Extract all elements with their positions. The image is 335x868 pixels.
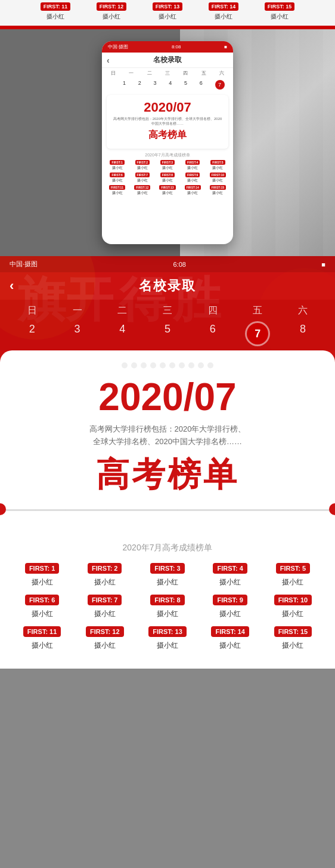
ranking-item: FIRST: 9 摄小红 bbox=[203, 595, 258, 619]
phone-status-right: ■ bbox=[224, 44, 227, 50]
phone-grid-badge: FIRST:3 bbox=[160, 160, 175, 165]
preview-section: 中国·摄图 8:08 ■ ‹ 名校录取 日 一 二 三 四 五 六 1 2 3 … bbox=[0, 29, 335, 256]
phone-grid-name: 摄小红 bbox=[212, 178, 223, 183]
main-status-left: 中国·摄图 bbox=[10, 260, 38, 269]
main-nav-title: 名校录取 bbox=[139, 277, 196, 295]
grid-section-title: 2020年7月高考成绩榜单 bbox=[10, 543, 325, 553]
phone-grid-item: FIRST:12 摄小红 bbox=[131, 185, 154, 196]
ranking-badge: FIRST: 3 bbox=[150, 563, 184, 574]
phone-grid-badge: FIRST:11 bbox=[109, 185, 125, 190]
ranking-name: 摄小红 bbox=[94, 609, 116, 619]
phone-grid-item: FIRST:6 摄小红 bbox=[106, 173, 129, 183]
phone-grid-name: 摄小红 bbox=[187, 178, 198, 183]
phone-grid-item: FIRST:2 摄小红 bbox=[131, 160, 154, 171]
ranking-name: 摄小红 bbox=[219, 577, 241, 587]
phone-back-arrow[interactable]: ‹ bbox=[107, 56, 110, 65]
main-status-right: ■ bbox=[321, 261, 325, 268]
main-status-time: 6:08 bbox=[173, 261, 185, 268]
phone-grid-item: FIRST:9 摄小红 bbox=[181, 173, 204, 183]
phone-grid-name: 摄小红 bbox=[162, 178, 173, 183]
ranking-grid: FIRST: 1 摄小红 FIRST: 2 摄小红 FIRST: 3 摄小红 F… bbox=[10, 563, 325, 651]
ranking-badge: FIRST: 2 bbox=[88, 563, 122, 574]
top-strip-item: FIRST: 13 摄小红 bbox=[141, 2, 194, 21]
mini-badge: FIRST: 14 bbox=[209, 2, 239, 11]
mini-label: 摄小红 bbox=[215, 13, 232, 21]
phone-grid-name: 摄小红 bbox=[137, 190, 148, 196]
ticket-notch-right bbox=[329, 503, 335, 515]
phone-grid-name: 摄小红 bbox=[162, 190, 173, 196]
ranking-badge: FIRST: 5 bbox=[276, 563, 310, 574]
phone-grid-item: FIRST:10 摄小红 bbox=[206, 173, 229, 183]
phone-grid: FIRST:1 摄小红 FIRST:2 摄小红 FIRST:3 摄小红 FIRS… bbox=[102, 160, 233, 196]
grid-section: 2020年7月高考成绩榜单 FIRST: 1 摄小红 FIRST: 2 摄小红 … bbox=[0, 533, 335, 669]
white-card: 2020/07 高考网大学排行榜包括：2020年大学排行榜、 全球大学排名榜、2… bbox=[0, 350, 335, 533]
phone-grid-name: 摄小红 bbox=[212, 165, 223, 171]
mini-badge: FIRST: 11 bbox=[41, 2, 71, 11]
phone-cal-dates: 1 2 3 4 5 6 7 bbox=[102, 78, 233, 91]
main-calendar-dates: 2 3 4 5 6 7 8 bbox=[0, 319, 335, 350]
desc-text-main: 高考网大学排行榜包括：2020年大学排行榜、 全球大学排名榜、2020中国大学排… bbox=[14, 423, 321, 448]
ranking-badge: FIRST: 8 bbox=[150, 595, 184, 605]
phone-grid-item: FIRST:1 摄小红 bbox=[106, 160, 129, 171]
gaokao-title: 高考榜单 bbox=[14, 458, 321, 491]
ranking-item: FIRST: 3 摄小红 bbox=[139, 563, 195, 587]
mini-badge: FIRST: 12 bbox=[97, 2, 127, 11]
ranking-item: FIRST: 15 摄小红 bbox=[265, 626, 321, 651]
mini-label: 摄小红 bbox=[103, 13, 120, 21]
ranking-badge: FIRST: 1 bbox=[25, 563, 59, 574]
ranking-name: 摄小红 bbox=[157, 577, 178, 587]
ranking-badge: FIRST: 13 bbox=[148, 626, 187, 637]
phone-nav-title-text: 名校录取 bbox=[153, 56, 182, 64]
ranking-name: 摄小红 bbox=[282, 609, 303, 619]
phone-cal-days: 日 一 二 三 四 五 六 bbox=[102, 68, 233, 78]
ranking-badge: FIRST: 12 bbox=[86, 626, 124, 637]
phone-grid-badge: FIRST:4 bbox=[185, 160, 200, 165]
ranking-item: FIRST: 11 摄小红 bbox=[14, 626, 70, 651]
phone-grid-name: 摄小红 bbox=[187, 165, 198, 171]
ranking-name: 摄小红 bbox=[94, 577, 116, 587]
main-calendar-days: 日 一 二 三 四 五 六 bbox=[0, 300, 335, 319]
phone-status-bar: 中国·摄图 8:08 ■ bbox=[102, 41, 233, 53]
phone-grid-item: FIRST:5 摄小红 bbox=[206, 160, 229, 171]
main-section: 旗 开 得 胜 中国·摄图 6:08 ■ ‹ 名校录取 日 一 二 三 四 五 … bbox=[0, 256, 335, 533]
phone-grid-badge: FIRST:8 bbox=[160, 173, 175, 177]
main-status-bar: 中国·摄图 6:08 ■ bbox=[0, 256, 335, 272]
phone-nav: ‹ 名校录取 bbox=[102, 53, 233, 68]
phone-date-card: 2020/07 高考网大学排行榜包括：2020年大学排行榜、全球大学排名榜、20… bbox=[107, 95, 228, 149]
top-strip-item: FIRST: 12 摄小红 bbox=[85, 2, 138, 21]
ranking-badge: FIRST: 15 bbox=[274, 626, 312, 637]
phone-date-big: 2020/07 bbox=[111, 100, 224, 115]
ranking-item: FIRST: 8 摄小红 bbox=[139, 595, 195, 619]
mini-label: 摄小红 bbox=[159, 13, 176, 21]
ranking-item: FIRST: 14 摄小红 bbox=[203, 626, 258, 651]
ranking-badge: FIRST: 6 bbox=[25, 595, 59, 605]
phone-grid-name: 摄小红 bbox=[162, 165, 173, 171]
phone-status-left: 中国·摄图 bbox=[108, 44, 128, 50]
ranking-item: FIRST: 2 摄小红 bbox=[77, 563, 132, 587]
phone-grid-name: 摄小红 bbox=[137, 165, 148, 171]
ranking-item: FIRST: 4 摄小红 bbox=[203, 563, 258, 587]
phone-grid-badge: FIRST:1 bbox=[110, 160, 124, 165]
ranking-badge: FIRST: 4 bbox=[213, 563, 247, 574]
phone-status-time: 8:08 bbox=[172, 44, 181, 50]
ranking-badge: FIRST: 10 bbox=[274, 595, 312, 605]
ticket-notch-left bbox=[0, 503, 6, 515]
phone-grid-badge: FIRST:7 bbox=[135, 173, 150, 177]
phone-grid-item: FIRST:13 摄小红 bbox=[156, 185, 179, 196]
ranking-item: FIRST: 13 摄小红 bbox=[139, 626, 195, 651]
ranking-name: 摄小红 bbox=[94, 641, 116, 651]
phone-grid-badge: FIRST:13 bbox=[159, 185, 175, 190]
ranking-name: 摄小红 bbox=[32, 577, 53, 587]
ticket-divider bbox=[0, 503, 335, 515]
ranking-name: 摄小红 bbox=[32, 641, 53, 651]
ranking-item: FIRST: 1 摄小红 bbox=[14, 563, 70, 587]
mini-label: 摄小红 bbox=[271, 13, 289, 21]
ranking-name: 摄小红 bbox=[282, 577, 303, 587]
main-back-arrow[interactable]: ‹ bbox=[10, 278, 14, 294]
ranking-name: 摄小红 bbox=[157, 609, 178, 619]
ranking-name: 摄小红 bbox=[219, 609, 241, 619]
ticket-dots-top bbox=[14, 362, 321, 368]
main-nav: ‹ 名校录取 bbox=[0, 272, 335, 300]
phone-grid-badge: FIRST:15 bbox=[210, 185, 226, 190]
ranking-item: FIRST: 12 摄小红 bbox=[77, 626, 132, 651]
